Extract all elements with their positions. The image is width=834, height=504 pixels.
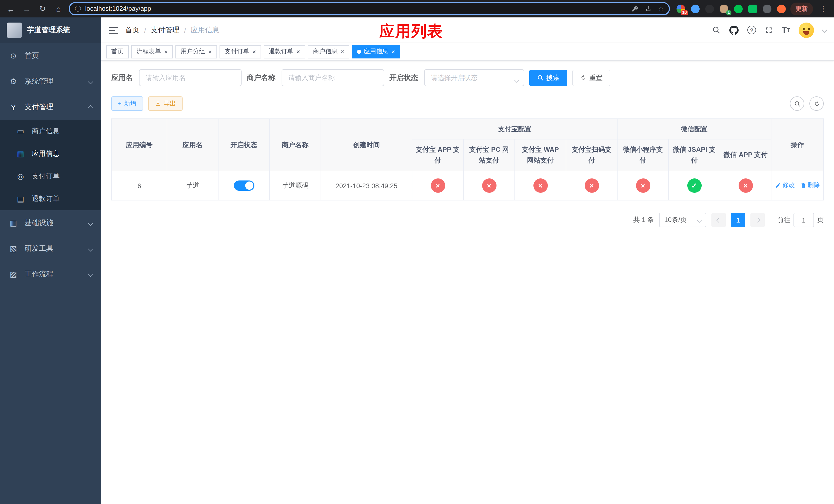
add-button[interactable]: + 新增: [111, 96, 143, 111]
extension-5[interactable]: [734, 4, 743, 13]
update-button[interactable]: 更新: [790, 2, 813, 15]
search-button[interactable]: 搜索: [529, 69, 567, 86]
page-size-select[interactable]: 10条/页: [659, 213, 706, 227]
tab-close-icon[interactable]: ×: [208, 48, 212, 54]
goto-page-input[interactable]: [793, 213, 814, 227]
extension-2[interactable]: [691, 4, 700, 13]
page-annotation: 应用列表: [379, 21, 443, 42]
extension-badge: 1: [726, 10, 731, 15]
home-icon[interactable]: ⌂: [53, 3, 64, 14]
extension-4[interactable]: 1: [720, 4, 728, 13]
tab-close-icon[interactable]: ×: [341, 48, 344, 54]
fullscreen-icon[interactable]: [765, 26, 773, 34]
column-header: 微信小程序支付: [617, 139, 668, 171]
help-icon[interactable]: ?: [747, 26, 756, 35]
toggle-search-icon[interactable]: [790, 96, 804, 111]
sidebar-item-payment[interactable]: ¥支付管理: [0, 94, 101, 120]
chevron-down-icon: [89, 80, 92, 83]
sidebar: 芋道管理系统 ⊙首页⚙系统管理¥支付管理▭商户信息▦应用信息◎支付订单▤退款订单…: [0, 18, 101, 504]
tab-close-icon[interactable]: ×: [391, 48, 395, 54]
tab-label: 支付订单: [225, 47, 249, 56]
url-bar[interactable]: ⓘ localhost:1024/pay/app ☆: [69, 2, 670, 15]
tab-2[interactable]: 流程表单×: [131, 45, 173, 58]
reload-icon[interactable]: ↻: [37, 3, 48, 14]
tab-6[interactable]: 商户信息×: [308, 45, 349, 58]
tab-4[interactable]: 支付订单×: [220, 45, 261, 58]
screen: ← → ↻ ⌂ ⓘ localhost:1024/pay/app ☆ 101 更…: [0, 0, 834, 504]
bookmark-star-icon[interactable]: ☆: [658, 5, 664, 12]
main-area: 首页/支付管理/应用信息 ? TT: [101, 18, 834, 504]
dev-tools-icon: ▧: [9, 244, 18, 253]
app-table: 应用编号应用名开启状态商户名称创建时间支付宝配置微信配置操作支付宝 APP 支付…: [111, 118, 824, 201]
extension-8[interactable]: [777, 4, 786, 13]
sidebar-item-dev-tools[interactable]: ▧研发工具: [0, 236, 101, 261]
forward-icon[interactable]: →: [21, 3, 32, 14]
tab-3[interactable]: 用户分组×: [175, 45, 217, 58]
app-name-label: 应用名: [111, 73, 133, 82]
export-button[interactable]: 导出: [148, 96, 182, 111]
sidebar-item-workflow[interactable]: ▨工作流程: [0, 261, 101, 287]
edit-button[interactable]: 修改: [775, 181, 795, 190]
prev-page-button[interactable]: [711, 213, 726, 227]
extension-3[interactable]: [705, 4, 714, 13]
top-navbar: 首页/支付管理/应用信息 ? TT: [101, 18, 834, 43]
column-header-actions: 操作: [771, 119, 824, 171]
cell-channel-status: ×: [463, 171, 515, 200]
tab-label: 首页: [111, 47, 124, 56]
tab-close-icon[interactable]: ×: [164, 48, 168, 54]
app-name-input[interactable]: [139, 69, 242, 86]
github-icon[interactable]: [729, 25, 739, 35]
column-header: 微信 APP 支付: [720, 139, 771, 171]
search-icon[interactable]: [712, 26, 721, 35]
extension-7[interactable]: [763, 4, 771, 13]
goto-page: 前往 页: [777, 213, 824, 227]
status-switch[interactable]: [234, 181, 254, 191]
sidebar-item-merchant-info[interactable]: ▭商户信息: [0, 120, 101, 142]
breadcrumb-item[interactable]: 支付管理: [151, 25, 179, 35]
sidebar-item-infrastructure[interactable]: ▥基础设施: [0, 210, 101, 236]
delete-button[interactable]: 删除: [800, 181, 820, 190]
next-page-button[interactable]: [750, 213, 765, 227]
share-icon[interactable]: [645, 5, 652, 12]
sidebar-item-refund-order[interactable]: ▤退款订单: [0, 188, 101, 210]
tab-close-icon[interactable]: ×: [297, 48, 300, 54]
chevron-down-icon: [89, 247, 92, 250]
sidebar-item-home[interactable]: ⊙首页: [0, 43, 101, 69]
page-button-1[interactable]: 1: [731, 213, 745, 227]
merchant-name-input[interactable]: [282, 69, 384, 86]
delete-button-label: 删除: [808, 181, 820, 190]
sidebar-item-system[interactable]: ⚙系统管理: [0, 69, 101, 94]
password-key-icon[interactable]: [631, 5, 639, 12]
tab-7[interactable]: 应用信息×: [352, 45, 400, 58]
app-logo[interactable]: 芋道管理系统: [0, 18, 101, 43]
browser-menu-icon[interactable]: ⋮: [818, 3, 829, 14]
tab-5[interactable]: 退款订单×: [264, 45, 305, 58]
extension-1[interactable]: 10: [677, 4, 685, 13]
refresh-icon[interactable]: [809, 96, 824, 111]
sidebar-item-app-info[interactable]: ▦应用信息: [0, 142, 101, 165]
user-dropdown-caret-icon[interactable]: [823, 28, 826, 32]
sidebar-item-label: 研发工具: [25, 244, 82, 253]
tab-close-icon[interactable]: ×: [253, 48, 256, 54]
extensions-area: 101: [677, 4, 786, 13]
sidebar-item-label: 支付订单: [32, 172, 92, 181]
goto-suffix: 页: [817, 215, 824, 225]
filter-form: 应用名 商户名称 开启状态 请选择开启状态: [111, 69, 824, 86]
tab-label: 退款订单: [269, 47, 293, 56]
font-size-icon[interactable]: TT: [782, 25, 790, 35]
column-header: 支付宝 WAP 网站支付: [515, 139, 566, 171]
back-icon[interactable]: ←: [5, 3, 16, 14]
sidebar-item-pay-order[interactable]: ◎支付订单: [0, 165, 101, 188]
collapse-sidebar-icon[interactable]: [109, 26, 118, 34]
reset-button[interactable]: 重置: [572, 69, 610, 86]
breadcrumb-item[interactable]: 首页: [125, 25, 139, 35]
site-info-icon[interactable]: ⓘ: [75, 4, 81, 13]
extension-6[interactable]: [748, 4, 757, 13]
merchant-info-icon: ▭: [16, 127, 25, 136]
user-avatar[interactable]: [798, 22, 814, 38]
status-select[interactable]: 请选择开启状态: [424, 69, 524, 86]
avatar-eye: [808, 27, 810, 30]
home-icon: ⊙: [9, 51, 18, 61]
reset-button-label: 重置: [589, 73, 603, 82]
tab-1[interactable]: 首页: [106, 45, 129, 58]
